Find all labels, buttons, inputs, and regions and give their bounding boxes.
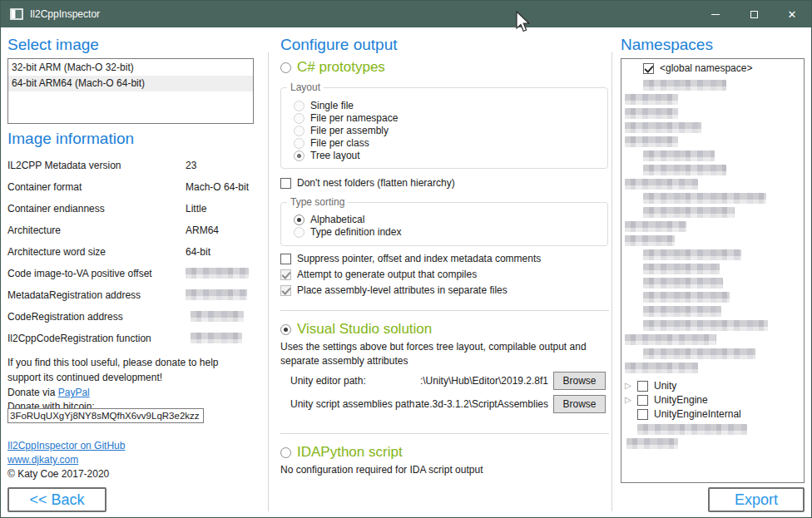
layout-option-file-per-namespace[interactable]: File per namespace <box>294 112 398 124</box>
donate-via-label: Donate via <box>7 387 58 398</box>
idapython-script-radio[interactable]: IDAPython script <box>280 444 403 461</box>
minimize-icon <box>711 14 720 15</box>
checkbox-icon <box>637 395 648 406</box>
info-label: Il2CppCodeRegistration function <box>7 333 151 344</box>
section-divider <box>280 433 609 434</box>
namespace-item-unityengine[interactable]: ▷ UnityEngine <box>625 394 708 406</box>
divider-middle-right <box>611 52 612 511</box>
checkbox-icon <box>643 63 654 74</box>
radio-icon <box>294 126 304 136</box>
info-label: Container endianness <box>7 203 105 215</box>
mouse-cursor <box>515 11 530 34</box>
namespace-item-unity[interactable]: ▷ Unity <box>625 380 676 392</box>
donate-text-line1: If you find this tool useful, please don… <box>7 357 219 368</box>
compilable-output-checkbox[interactable]: Attempt to generate output that compiles <box>280 269 477 280</box>
info-label: CodeRegistration address <box>7 311 123 323</box>
paypal-link[interactable]: PayPal <box>58 387 90 398</box>
layout-option-single-file[interactable]: Single file <box>294 100 354 111</box>
maximize-button[interactable] <box>735 1 773 27</box>
donate-text-line2: support its continued development! <box>7 372 162 383</box>
radio-icon <box>294 138 304 149</box>
minimize-button[interactable] <box>696 1 735 27</box>
checkbox-icon <box>280 254 291 264</box>
checkbox-icon <box>637 381 648 392</box>
info-value: Mach-O 64-bit <box>186 181 249 193</box>
radio-icon <box>280 447 291 458</box>
info-value: ARM64 <box>186 224 219 236</box>
layout-option-file-per-class[interactable]: File per class <box>294 137 369 149</box>
info-value: 23 <box>186 160 196 171</box>
redacted-value <box>186 268 249 279</box>
radio-icon <box>294 215 304 225</box>
info-label: Container format <box>7 181 82 193</box>
unity-editor-path-label: Unity editor path: <box>290 375 366 387</box>
visual-studio-solution-label: Visual Studio solution <box>297 321 432 338</box>
info-value: Little <box>186 203 206 215</box>
ida-description: No configuration required for IDA script… <box>280 464 483 476</box>
checkbox-icon <box>280 269 291 280</box>
redacted-value <box>191 333 242 343</box>
divider-left-middle <box>268 52 269 511</box>
list-item-image-0[interactable]: 32-bit ARM (Mach-O 32-bit) <box>8 60 253 76</box>
maximize-icon <box>750 11 758 18</box>
list-item-image-1[interactable]: 64-bit ARM64 (Mach-O 64-bit) <box>8 76 253 91</box>
sorting-option-alphabetical[interactable]: Alphabetical <box>294 214 364 225</box>
checkbox-icon <box>280 178 291 189</box>
radio-icon <box>294 150 304 161</box>
export-button[interactable]: Export <box>708 487 805 512</box>
radio-icon <box>294 227 304 238</box>
image-information-header: Image information <box>7 130 134 148</box>
radio-icon <box>294 113 304 124</box>
namespace-item-global[interactable]: <global namespace> <box>643 62 752 74</box>
separate-attributes-checkbox[interactable]: Place assembly-level attributes in separ… <box>280 284 508 296</box>
suppress-comments-checkbox[interactable]: Suppress pointer, offset and index metad… <box>280 253 541 264</box>
select-image-header: Select image <box>7 36 99 54</box>
app-icon <box>10 8 23 20</box>
csharp-prototypes-label: C# prototypes <box>297 59 385 76</box>
browse-editor-path-button[interactable]: Browse <box>553 372 606 390</box>
layout-group-title: Layout <box>287 81 324 93</box>
sorting-option-type-definition-index[interactable]: Type definition index <box>294 226 401 238</box>
checkbox-icon <box>280 285 291 296</box>
section-divider <box>280 310 609 311</box>
app-window: Il2CppInspector ✕ Select image 32-bit AR… <box>0 0 812 518</box>
redacted-value <box>191 311 244 322</box>
checkbox-icon <box>637 409 648 420</box>
donate-paypal-line: Donate via PayPal <box>7 387 90 398</box>
csharp-prototypes-radio[interactable]: C# prototypes <box>280 59 385 76</box>
layout-option-file-per-assembly[interactable]: File per assembly <box>294 125 389 136</box>
copyright-text: © Katy Coe 2017-2020 <box>7 468 109 480</box>
vs-description-line1: Uses the settings above but forces tree … <box>280 341 587 353</box>
visual-studio-solution-radio[interactable]: Visual Studio solution <box>280 321 432 338</box>
image-listbox[interactable]: 32-bit ARM (Mach-O 32-bit) 64-bit ARM64 … <box>7 58 254 124</box>
close-icon: ✕ <box>788 9 797 20</box>
layout-option-tree-layout[interactable]: Tree layout <box>294 150 360 161</box>
namespace-item-unityengineinternal[interactable]: UnityEngineInternal <box>637 408 741 420</box>
back-button[interactable]: << Back <box>7 487 106 512</box>
info-label: IL2CPP Metadata version <box>7 160 121 171</box>
namespaces-header: Namespaces <box>621 36 713 54</box>
bitcoin-address-input[interactable] <box>7 408 204 423</box>
github-link[interactable]: Il2CppInspector on GitHub <box>7 440 125 451</box>
info-label: Code image-to-VA positive offset <box>7 268 152 279</box>
close-button[interactable]: ✕ <box>773 1 811 27</box>
vs-description-line2: separate assembly attributes <box>280 355 408 367</box>
radio-icon <box>294 101 304 111</box>
window-title: Il2CppInspector <box>30 8 100 20</box>
website-link[interactable]: www.djkaty.com <box>7 454 78 466</box>
browse-script-path-button[interactable]: Browse <box>553 395 606 413</box>
info-value: 64-bit <box>186 246 210 258</box>
unity-editor-path-value[interactable]: :\Unity\Hub\Editor\2019.2.8f1 <box>392 375 548 387</box>
type-sorting-group-title: Type sorting <box>287 196 348 208</box>
info-label: Architecture word size <box>7 246 106 258</box>
expand-arrow-icon[interactable]: ▷ <box>625 396 631 404</box>
info-label: MetadataRegistration address <box>7 289 141 301</box>
title-bar: Il2CppInspector ✕ <box>1 1 811 27</box>
unity-script-path-value[interactable]: ate.3d-3.1.2\ScriptAssemblies <box>392 398 548 410</box>
flatten-hierarchy-checkbox[interactable]: Don't nest folders (flatten hierarchy) <box>280 177 455 189</box>
redacted-value <box>186 289 247 300</box>
idapython-script-label: IDAPython script <box>297 444 403 461</box>
info-label: Architecture <box>7 224 61 236</box>
radio-icon <box>280 62 291 73</box>
expand-arrow-icon[interactable]: ▷ <box>625 382 631 390</box>
